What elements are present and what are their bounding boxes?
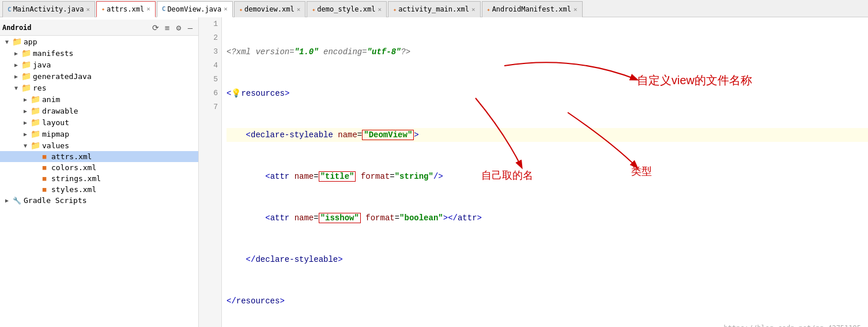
tab-label: AndroidManifest.xml	[492, 5, 571, 13]
tab-label: attrs.xml	[107, 5, 144, 13]
code-line-2: <💡resources>	[227, 87, 868, 100]
tree-item-layout[interactable]: ▶ 📁 layout	[0, 116, 198, 128]
folder-icon: 📁	[30, 141, 40, 150]
close-icon[interactable]: ×	[573, 6, 578, 13]
java-icon: C	[7, 6, 12, 13]
tree-label: manifests	[33, 49, 73, 58]
folder-icon: 📁	[12, 37, 22, 46]
collapse-icon[interactable]: —	[184, 22, 196, 33]
close-icon[interactable]: ×	[297, 6, 301, 13]
expand-arrow: ▼	[21, 142, 30, 149]
tree-label: layout	[42, 118, 69, 127]
expand-arrow: ▶	[2, 197, 12, 204]
code-line-6: </declare-styleable>	[227, 253, 868, 266]
tree-item-values[interactable]: ▼ 📁 values	[0, 140, 198, 151]
expand-arrow: ▼	[12, 85, 21, 91]
tree-item-colorsxml[interactable]: ■ colors.xml	[0, 162, 198, 173]
xml-icon: ✦	[239, 6, 243, 13]
tree-item-java[interactable]: ▶ 📁 java	[0, 59, 198, 70]
tab-mainactivity[interactable]: C MainActivity.java ×	[2, 1, 95, 17]
line-num: 1	[199, 17, 218, 31]
tab-demoviewxml[interactable]: ✦ demoview.xml ×	[234, 1, 305, 17]
tab-activitymain[interactable]: ✦ activity_main.xml ×	[388, 1, 480, 17]
line-num: 4	[199, 59, 218, 73]
tree-label: app	[24, 37, 37, 46]
tab-bar: C MainActivity.java × ✦ attrs.xml × C De…	[0, 0, 868, 17]
sidebar-toolbar: Android ⟳ ≡ ⚙ —	[0, 20, 198, 36]
code-line-1: <?xml version="1.0" encoding="utf-8"?>	[227, 45, 868, 59]
folder-icon: 📁	[30, 106, 40, 115]
tab-label: DeomView.java	[167, 5, 221, 13]
tree-item-mipmap[interactable]: ▶ 📁 mipmap	[0, 128, 198, 140]
tab-label: demoview.xml	[244, 5, 295, 13]
tree-item-stringsxml[interactable]: ■ strings.xml	[0, 173, 198, 184]
xml-icon: ✦	[393, 6, 397, 13]
tree-label: res	[33, 84, 46, 92]
tab-attrsxml[interactable]: ✦ attrs.xml ×	[96, 1, 156, 17]
close-icon[interactable]: ×	[224, 5, 228, 13]
line-num: 2	[199, 31, 218, 45]
xml-icon: ✦	[487, 6, 490, 13]
tree-item-res[interactable]: ▼ 📁 res	[0, 82, 198, 93]
sidebar: Android ⟳ ≡ ⚙ — ▼ 📁 app ▶ 📁	[0, 17, 199, 327]
line-num: 5	[199, 73, 218, 87]
watermark: https://blog.csdn.net/qq_42751195	[724, 324, 861, 327]
tree-label: java	[33, 61, 51, 69]
expand-arrow: ▶	[12, 62, 21, 68]
xml-file-icon: ■	[39, 153, 50, 160]
main-area: Android ⟳ ≡ ⚙ — ▼ 📁 app ▶ 📁	[0, 17, 868, 327]
expand-arrow: ▼	[2, 39, 12, 45]
close-icon[interactable]: ×	[378, 6, 382, 13]
tab-deomviewjava[interactable]: C DeomView.java ×	[157, 1, 233, 17]
tree-item-stylesxml[interactable]: ■ styles.xml	[0, 184, 198, 195]
tab-label: demo_style.xml	[317, 5, 375, 13]
tab-label: MainActivity.java	[13, 5, 84, 13]
expand-arrow: ▶	[21, 119, 30, 126]
close-icon[interactable]: ×	[146, 5, 150, 13]
editor-content: 1 2 3 4 5 6 7 <?xml version="1.0" encodi…	[199, 17, 868, 327]
tree-label: attrs.xml	[51, 152, 92, 161]
java-icon: C	[162, 5, 166, 13]
tab-demostyle[interactable]: ✦ demo_style.xml ×	[307, 1, 387, 17]
filter-icon[interactable]: ≡	[161, 22, 173, 33]
tree-label: styles.xml	[51, 185, 96, 194]
code-lines: <?xml version="1.0" encoding="utf-8"?> <…	[222, 17, 868, 327]
tree-item-drawable[interactable]: ▶ 📁 drawable	[0, 105, 198, 116]
tab-androidmanifest[interactable]: ✦ AndroidManifest.xml ×	[482, 1, 583, 17]
sync-icon[interactable]: ⟳	[150, 22, 161, 33]
tree-label: generatedJava	[33, 72, 92, 81]
line-numbers: 1 2 3 4 5 6 7	[199, 17, 222, 327]
gradle-icon: 🔧	[12, 197, 22, 205]
tree-label: mipmap	[42, 130, 69, 138]
tree-item-gradle[interactable]: ▶ 🔧 Gradle Scripts	[0, 195, 198, 206]
close-icon[interactable]: ×	[471, 6, 475, 13]
tree-item-anim[interactable]: ▶ 📁 anim	[0, 93, 198, 105]
expand-arrow: ▶	[12, 50, 21, 57]
editor-wrapper: 1 2 3 4 5 6 7 <?xml version="1.0" encodi…	[199, 17, 868, 327]
code-line-4: <attr name="title" format="string"/>	[227, 170, 868, 183]
editor-area[interactable]: 1 2 3 4 5 6 7 <?xml version="1.0" encodi…	[199, 17, 868, 327]
tree-label: Gradle Scripts	[24, 196, 87, 205]
tree-item-attrsxml[interactable]: ■ attrs.xml	[0, 151, 198, 162]
code-line-5: <attr name="isshow" format="boolean"></a…	[227, 211, 868, 225]
tree-item-app[interactable]: ▼ 📁 app	[0, 36, 198, 47]
tree-label: anim	[42, 95, 60, 104]
settings-icon[interactable]: ⚙	[173, 22, 184, 33]
line-num: 6	[199, 87, 218, 100]
folder-icon: 📁	[21, 83, 31, 92]
xml-icon: ✦	[312, 6, 315, 13]
tree-item-generatedjava[interactable]: ▶ 📁 generatedJava	[0, 70, 198, 82]
line-num: 3	[199, 45, 218, 59]
expand-arrow: ▶	[12, 73, 21, 80]
xml-file-icon: ■	[39, 164, 50, 171]
line-num: 7	[199, 100, 218, 114]
tree-item-manifests[interactable]: ▶ 📁 manifests	[0, 47, 198, 59]
close-icon[interactable]: ×	[86, 6, 90, 13]
folder-icon: 📁	[21, 60, 31, 69]
tab-label: activity_main.xml	[398, 5, 469, 13]
expand-arrow: ▶	[21, 131, 30, 137]
code-line-3: <declare-styleable name="DeomView">	[227, 128, 868, 142]
folder-icon: 📁	[30, 95, 40, 104]
tree-label: drawable	[42, 107, 78, 115]
folder-icon: 📁	[21, 72, 31, 81]
